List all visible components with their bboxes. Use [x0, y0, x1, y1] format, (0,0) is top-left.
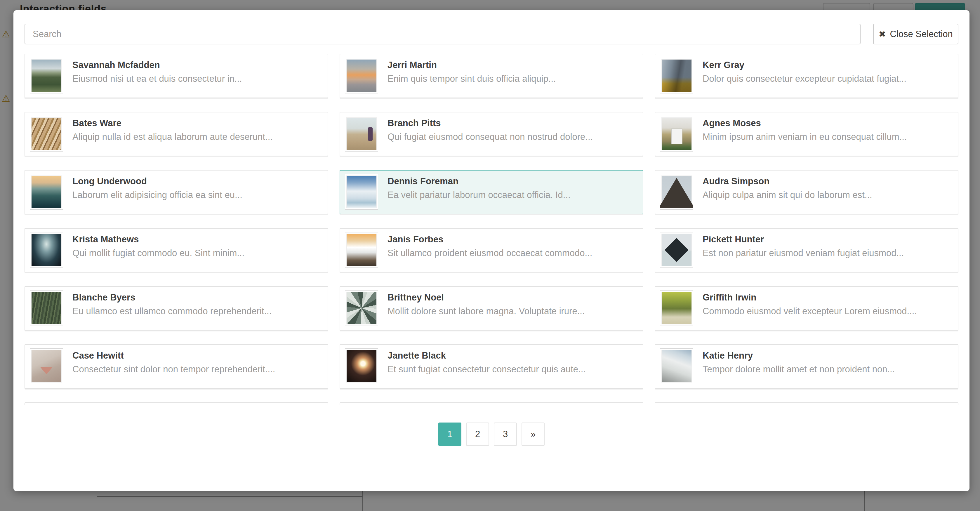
person-description: Mollit dolore sunt labore magna. Volupta…: [388, 306, 585, 317]
person-card[interactable]: Case Hewitt Consectetur sint dolor non t…: [24, 344, 328, 388]
person-photo: [660, 58, 693, 94]
person-card[interactable]: Kerr Gray Dolor quis consectetur excepte…: [655, 54, 958, 98]
person-photo: [345, 290, 378, 326]
person-name: Kerr Gray: [703, 60, 907, 70]
page-button-2[interactable]: 2: [466, 422, 489, 446]
person-card[interactable]: Jerri Martin Enim quis tempor sint duis …: [340, 54, 643, 98]
person-photo: [30, 174, 63, 210]
person-card[interactable]: Janette Black Et sunt fugiat consectetur…: [340, 344, 643, 388]
person-card[interactable]: Griffith Irwin Commodo eiusmod velit exc…: [655, 286, 958, 331]
person-card-partial[interactable]: [340, 403, 643, 405]
person-photo: [345, 232, 378, 268]
person-name: Long Underwood: [72, 176, 242, 186]
person-photo: [345, 58, 378, 94]
person-description: Qui mollit fugiat commodo eu. Sint minim…: [72, 248, 244, 258]
person-photo: [660, 232, 693, 268]
next-page-button[interactable]: »: [522, 422, 545, 446]
person-card[interactable]: Branch Pitts Qui fugiat eiusmod consequa…: [340, 112, 643, 156]
pagination: 123»: [24, 422, 958, 446]
person-description: Aliquip culpa anim sit qui do laborum es…: [703, 189, 872, 200]
person-name: Bates Ware: [72, 118, 273, 129]
search-input[interactable]: [24, 24, 861, 45]
person-name: Audra Simpson: [703, 176, 872, 186]
person-name: Griffith Irwin: [703, 292, 917, 303]
person-photo: [660, 349, 693, 384]
person-photo: [660, 174, 693, 210]
close-icon: ✖: [879, 29, 886, 39]
page-button-1[interactable]: 1: [438, 422, 461, 446]
person-photo: [30, 116, 63, 151]
person-card[interactable]: Brittney Noel Mollit dolore sunt labore …: [340, 286, 643, 331]
person-description: Qui fugiat eiusmod consequat non nostrud…: [388, 131, 593, 142]
person-description: Dolor quis consectetur excepteur cupidat…: [703, 73, 907, 84]
person-description: Et sunt fugiat consectetur consectetur q…: [388, 364, 586, 375]
person-card[interactable]: Krista Mathews Qui mollit fugiat commodo…: [24, 228, 328, 272]
person-name: Katie Henry: [703, 350, 895, 361]
person-name: Jerri Martin: [388, 60, 556, 70]
person-photo: [30, 290, 63, 326]
person-description: Consectetur sint dolor non tempor repreh…: [72, 364, 275, 375]
people-list-viewport[interactable]: Savannah Mcfadden Eiusmod nisi ut ea et …: [24, 54, 958, 405]
person-description: Laborum elit adipisicing officia ea sint…: [72, 189, 242, 200]
person-card[interactable]: Blanche Byers Eu ullamco est ullamco com…: [24, 286, 328, 331]
person-photo: [30, 232, 63, 268]
person-description: Enim quis tempor sint duis officia aliqu…: [388, 73, 556, 84]
modal-toolbar: ✖ Close Selection: [24, 24, 958, 45]
person-description: Commodo eiusmod velit excepteur Lorem ei…: [703, 306, 917, 317]
person-description: Ea velit pariatur laborum occaecat offic…: [388, 189, 571, 200]
person-card[interactable]: Pickett Hunter Est non pariatur eiusmod …: [655, 228, 958, 272]
person-name: Krista Mathews: [72, 234, 244, 245]
person-name: Branch Pitts: [388, 118, 593, 129]
person-photo: [345, 116, 378, 151]
person-description: Eu ullamco est ullamco commodo reprehend…: [72, 306, 272, 317]
person-photo: [345, 349, 378, 384]
close-selection-button[interactable]: ✖ Close Selection: [873, 24, 958, 45]
person-card-partial[interactable]: [655, 403, 958, 405]
person-card[interactable]: Bates Ware Aliquip nulla id est aliqua l…: [24, 112, 328, 156]
person-description: Minim ipsum anim veniam in eu consequat …: [703, 131, 907, 142]
person-name: Pickett Hunter: [703, 234, 904, 245]
person-name: Brittney Noel: [388, 292, 585, 303]
person-card[interactable]: Audra Simpson Aliquip culpa anim sit qui…: [655, 170, 958, 214]
person-name: Janis Forbes: [388, 234, 592, 245]
person-card-partial[interactable]: [24, 403, 328, 405]
person-description: Sit ullamco proident eiusmod occaecat co…: [388, 248, 592, 258]
page-button-3[interactable]: 3: [494, 422, 517, 446]
person-card[interactable]: Katie Henry Tempor dolore mollit amet et…: [655, 344, 958, 388]
person-description: Aliquip nulla id est aliqua laborum aute…: [72, 131, 273, 142]
person-name: Blanche Byers: [72, 292, 272, 303]
person-name: Janette Black: [388, 350, 586, 361]
person-photo: [660, 116, 693, 151]
people-list: Savannah Mcfadden Eiusmod nisi ut ea et …: [24, 54, 958, 405]
person-photo: [30, 349, 63, 384]
person-card[interactable]: Janis Forbes Sit ullamco proident eiusmo…: [340, 228, 643, 272]
person-photo: [30, 58, 63, 94]
person-photo: [345, 174, 378, 210]
person-name: Dennis Foreman: [388, 176, 571, 186]
person-card[interactable]: Savannah Mcfadden Eiusmod nisi ut ea et …: [24, 54, 328, 98]
person-name: Case Hewitt: [72, 350, 275, 361]
person-card[interactable]: Agnes Moses Minim ipsum anim veniam in e…: [655, 112, 958, 156]
person-description: Est non pariatur eiusmod veniam fugiat e…: [703, 248, 904, 258]
person-photo: [660, 290, 693, 326]
selection-modal: ✖ Close Selection Savannah Mcfadden Eius…: [13, 10, 969, 491]
person-card[interactable]: Dennis Foreman Ea velit pariatur laborum…: [340, 170, 643, 214]
close-selection-label: Close Selection: [890, 29, 953, 40]
person-description: Tempor dolore mollit amet et non proiden…: [703, 364, 895, 375]
person-card[interactable]: Long Underwood Laborum elit adipisicing …: [24, 170, 328, 214]
person-description: Eiusmod nisi ut ea et duis consectetur i…: [72, 73, 242, 84]
person-name: Agnes Moses: [703, 118, 907, 129]
person-name: Savannah Mcfadden: [72, 60, 242, 70]
